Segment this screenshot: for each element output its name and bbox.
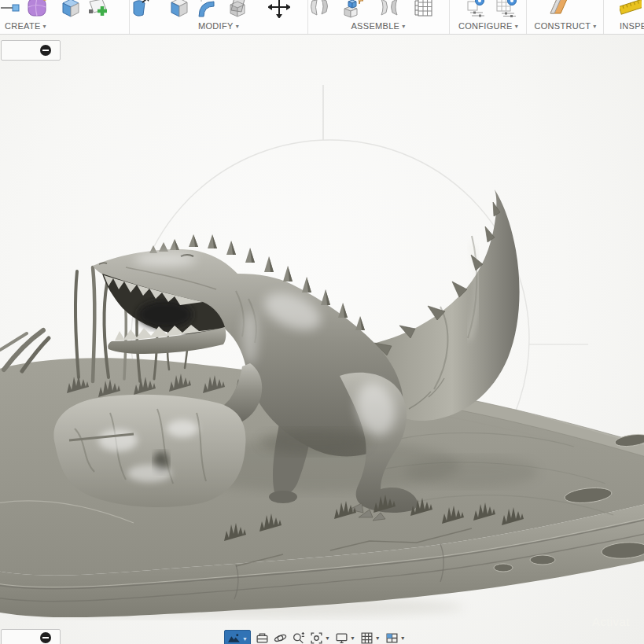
display-settings-button[interactable]: ▼ — [335, 630, 355, 644]
box-icon[interactable] — [60, 0, 83, 18]
align-components-icon[interactable] — [378, 0, 402, 18]
new-component-icon[interactable] — [308, 0, 332, 18]
main-toolbar: CREATE▾ MODIFY▾ ASSEMBLE▾ CONFIGURE▾ CON… — [0, 0, 644, 35]
collapse-toggle-icon[interactable] — [40, 632, 51, 643]
split-body-icon[interactable] — [227, 0, 251, 18]
create-sketch-icon[interactable] — [86, 0, 110, 18]
chevron-down-icon: ▾ — [402, 23, 405, 30]
model-shadow — [405, 456, 539, 488]
timeline-panel-collapsed — [1, 629, 61, 644]
toolbar-separator — [449, 0, 450, 34]
viewports-button[interactable]: ▼ — [385, 630, 406, 644]
menu-assemble[interactable]: ASSEMBLE▾ — [351, 21, 405, 31]
toolbar-separator — [603, 0, 604, 34]
fusion360-window: { "toolbar": { "caret": "▾", "sections":… — [0, 0, 644, 644]
chevron-down-icon: ▼ — [350, 635, 355, 641]
menu-create[interactable]: CREATE▾ — [5, 21, 46, 31]
measure-icon[interactable] — [620, 0, 643, 18]
menu-inspect[interactable]: INSPECT▾ — [620, 21, 644, 31]
zoom-button[interactable] — [292, 630, 305, 644]
grid-and-snaps-button[interactable]: ▼ — [360, 630, 381, 644]
chevron-down-icon: ▾ — [236, 23, 239, 30]
chevron-down-icon: ▼ — [375, 635, 381, 641]
menu-construct[interactable]: CONSTRUCT▾ — [534, 21, 596, 31]
named-views-button[interactable]: ▼ — [224, 630, 251, 644]
press-pull-icon[interactable] — [130, 0, 153, 18]
pan-button[interactable] — [256, 630, 269, 644]
navigation-bar: ▼ ▼ ▼ ▼ ▼ — [224, 630, 406, 644]
viewport-canvas[interactable] — [0, 35, 644, 644]
fit-button[interactable]: ▼ — [310, 630, 330, 644]
create-form-icon[interactable] — [26, 0, 50, 18]
menu-configure[interactable]: CONFIGURE▾ — [458, 21, 518, 31]
chevron-down-icon: ▼ — [400, 635, 406, 641]
chevron-down-icon: ▾ — [593, 23, 596, 30]
watermark-text: Activat — [592, 615, 630, 628]
fillet-icon[interactable] — [194, 0, 218, 18]
menu-modify[interactable]: MODIFY▾ — [198, 21, 239, 31]
toolbar-separator — [129, 0, 130, 34]
move-icon[interactable] — [268, 0, 292, 18]
configuration-table-icon[interactable] — [495, 0, 519, 18]
toolbar-separator — [526, 0, 527, 34]
chevron-down-icon: ▼ — [325, 635, 330, 641]
browser-panel-collapsed — [1, 40, 61, 61]
scenery-rock[interactable] — [53, 395, 245, 507]
chevron-down-icon: ▾ — [43, 23, 46, 30]
orbit-button[interactable] — [274, 630, 287, 644]
collapse-toggle-icon[interactable] — [40, 45, 51, 56]
joints-table-icon[interactable] — [412, 0, 436, 18]
construction-plane-icon[interactable] — [547, 0, 571, 18]
sketch-line-icon[interactable] — [1, 0, 24, 18]
chevron-down-icon: ▼ — [242, 636, 248, 642]
viewport[interactable] — [0, 35, 644, 644]
joint-icon[interactable] — [343, 0, 366, 18]
shell-icon[interactable] — [168, 0, 192, 18]
configuration-icon[interactable] — [466, 0, 489, 18]
toolbar-separator — [307, 0, 308, 34]
chevron-down-icon: ▾ — [515, 23, 518, 30]
